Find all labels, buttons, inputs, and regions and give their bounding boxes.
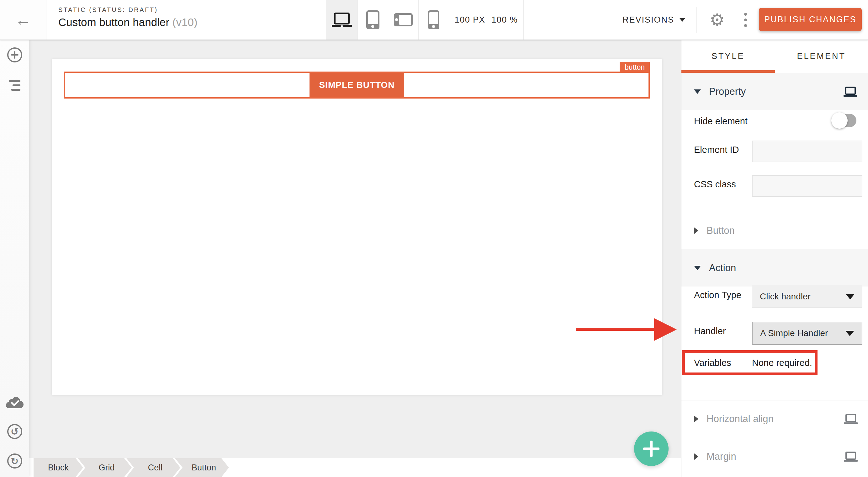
top-bar: ← STATIC (STATUS: DRAFT) Custom button h… <box>0 0 868 40</box>
desktop-scope-icon <box>844 414 858 424</box>
zoom-readout: 100 PX 100 % <box>449 0 524 39</box>
revisions-label: REVISIONS <box>622 15 674 25</box>
publish-changes-button[interactable]: PUBLISH CHANGES <box>759 8 862 31</box>
page-version: (v10) <box>173 16 197 28</box>
element-id-input[interactable] <box>752 141 862 162</box>
settings-button[interactable]: ⚙ <box>706 0 728 39</box>
chevron-down-icon <box>846 294 855 299</box>
back-button[interactable]: ← <box>0 0 46 39</box>
css-class-input[interactable] <box>752 175 862 197</box>
breadcrumb-item-cell[interactable]: Cell <box>126 458 180 477</box>
cloud-saved-icon <box>5 395 25 410</box>
topbar-divider <box>696 7 696 33</box>
caret-right-icon <box>694 227 699 234</box>
left-toolbar: ↺ ↻ <box>0 40 29 477</box>
device-preview-switcher: 100 PX 100 % <box>326 0 524 39</box>
inspector-tabs: STYLE ELEMENT <box>681 40 868 73</box>
zoom-percent-value: 100 % <box>491 15 518 25</box>
caret-down-icon <box>694 266 701 270</box>
tab-element[interactable]: ELEMENT <box>775 40 868 73</box>
variables-value: None required. <box>752 358 812 368</box>
mobile-icon <box>428 10 439 29</box>
simple-button-label: SIMPLE BUTTON <box>319 80 395 90</box>
revisions-dropdown[interactable]: REVISIONS <box>622 0 685 39</box>
redo-button[interactable]: ↻ <box>0 453 29 469</box>
caret-down-icon <box>694 89 701 94</box>
kebab-icon <box>744 13 747 16</box>
selected-element-outline[interactable]: button SIMPLE BUTTON <box>64 71 650 98</box>
publish-changes-label: PUBLISH CHANGES <box>764 15 857 25</box>
editor-canvas: button SIMPLE BUTTON Block Grid Cell But… <box>29 40 681 477</box>
section-action-header[interactable]: Action <box>681 249 868 287</box>
css-class-label: CSS class <box>694 179 736 189</box>
add-block-fab[interactable] <box>634 431 669 466</box>
add-circle-icon <box>7 47 23 63</box>
element-type-tag: button <box>620 62 650 73</box>
breadcrumb-item-button[interactable]: Button <box>175 458 229 477</box>
breadcrumb-item-grid[interactable]: Grid <box>78 458 132 477</box>
caret-right-icon <box>694 453 699 460</box>
device-tablet-landscape-button[interactable] <box>388 0 418 39</box>
hide-element-toggle[interactable] <box>833 114 857 127</box>
page-title: Custom button handler (v10) <box>58 16 197 29</box>
active-tab-underline <box>681 70 775 73</box>
zoom-px-value: 100 PX <box>455 15 486 25</box>
annotation-arrow-head <box>654 318 677 341</box>
section-margin-title: Margin <box>707 451 736 462</box>
annotation-arrow <box>576 328 655 331</box>
page-title-text: Custom button handler <box>58 16 169 28</box>
section-property-header[interactable]: Property <box>681 73 868 110</box>
page-preview: button SIMPLE BUTTON <box>52 59 662 395</box>
section-margin-header[interactable]: Margin <box>681 438 868 475</box>
caret-right-icon <box>694 416 699 422</box>
section-horizontal-align-header[interactable]: Horizontal align <box>681 400 868 438</box>
desktop-icon <box>332 12 352 27</box>
element-breadcrumb: Block Grid Cell Button <box>29 458 681 477</box>
desktop-scope-icon <box>844 452 858 461</box>
hide-element-label: Hide element <box>694 116 748 126</box>
undo-history-icon: ↺ <box>7 424 22 439</box>
simple-button-element[interactable]: SIMPLE BUTTON <box>310 73 404 97</box>
inspector-panel: STYLE ELEMENT Property Hide element Elem… <box>681 40 868 477</box>
redo-history-icon: ↻ <box>7 453 22 469</box>
action-type-label: Action Type <box>694 290 741 300</box>
tablet-portrait-icon <box>366 10 379 29</box>
element-id-label: Element ID <box>694 145 739 155</box>
section-property-title: Property <box>709 86 746 97</box>
breadcrumb-item-block[interactable]: Block <box>34 458 83 477</box>
tablet-landscape-icon <box>394 13 413 26</box>
section-button-title: Button <box>707 225 735 236</box>
handler-select[interactable]: A Simple Handler <box>752 322 862 345</box>
undo-button[interactable]: ↺ <box>0 424 29 439</box>
status-label: STATIC (STATUS: DRAFT) <box>58 6 197 13</box>
handler-value: A Simple Handler <box>753 328 828 338</box>
element-tag-label: button <box>625 63 645 71</box>
chevron-down-icon <box>679 18 685 22</box>
save-status-indicator <box>0 394 29 411</box>
section-action-title: Action <box>709 262 736 274</box>
layers-button[interactable] <box>0 78 29 93</box>
section-button-header[interactable]: Button <box>681 212 868 249</box>
action-type-value: Click handler <box>752 292 811 302</box>
handler-label: Handler <box>694 326 726 336</box>
back-arrow-icon: ← <box>15 11 31 28</box>
more-options-button[interactable] <box>738 0 753 39</box>
device-tablet-portrait-button[interactable] <box>358 0 388 39</box>
action-type-select[interactable]: Click handler <box>752 286 862 307</box>
device-desktop-button[interactable] <box>326 0 358 39</box>
desktop-scope-icon <box>843 87 857 97</box>
add-element-button[interactable] <box>0 47 29 63</box>
tab-style[interactable]: STYLE <box>681 40 775 73</box>
device-mobile-button[interactable] <box>418 0 449 39</box>
chevron-down-icon <box>845 331 854 336</box>
gear-icon: ⚙ <box>710 11 725 28</box>
section-horizontal-align-title: Horizontal align <box>707 413 774 425</box>
title-block: STATIC (STATUS: DRAFT) Custom button han… <box>58 6 197 29</box>
variables-label: Variables <box>694 358 731 368</box>
layers-icon <box>9 80 20 91</box>
